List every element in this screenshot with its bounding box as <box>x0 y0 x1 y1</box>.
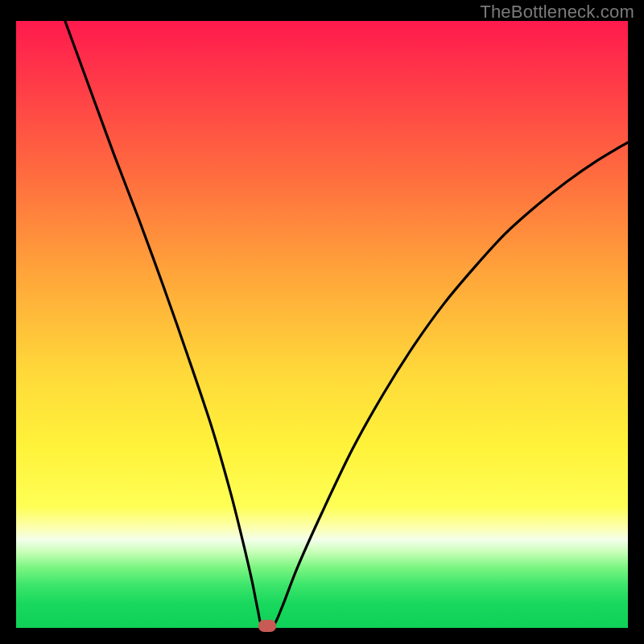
optimum-marker <box>258 620 276 632</box>
plot-area <box>16 21 628 628</box>
watermark-text: TheBottleneck.com <box>480 2 634 23</box>
chart-frame: TheBottleneck.com <box>0 0 644 644</box>
bottleneck-curve-path <box>65 21 628 628</box>
curve-svg <box>16 21 628 628</box>
